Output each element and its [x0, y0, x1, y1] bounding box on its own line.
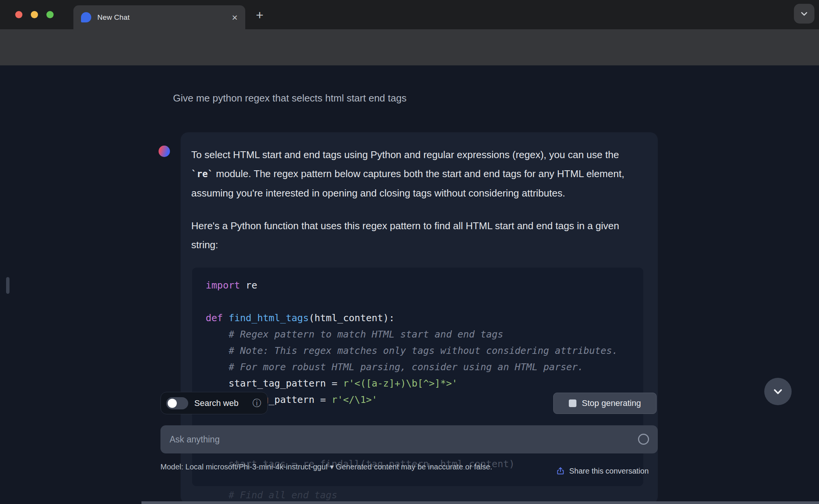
toggle-knob: [168, 399, 177, 408]
sidebar-drag-handle[interactable]: [6, 277, 10, 294]
window-zoom-button[interactable]: [46, 11, 54, 18]
model-label[interactable]: Model: Local microsoft/Phi-3-mini-4k-ins…: [160, 463, 328, 471]
chat-bubble-icon: [81, 12, 91, 22]
tab-title: New Chat: [97, 13, 232, 22]
search-web-control: Search web ⓘ: [160, 392, 268, 414]
scroll-to-bottom-button[interactable]: [764, 378, 792, 405]
search-web-toggle[interactable]: [166, 397, 188, 409]
browser-window: New Chat × + ⓘ l: [0, 0, 819, 504]
faint-code-line-2: # Find all end tags: [229, 490, 337, 501]
chevron-down-icon: [771, 385, 784, 398]
new-tab-button[interactable]: +: [252, 7, 268, 23]
user-message: Give me python regex that selects html s…: [173, 92, 406, 104]
model-caret-icon[interactable]: ▾: [330, 463, 334, 471]
assistant-paragraph-2: Here's a Python function that uses this …: [191, 216, 642, 254]
search-web-info-icon[interactable]: ⓘ: [252, 397, 261, 409]
ask-anything-input[interactable]: [160, 425, 658, 453]
share-conversation-button[interactable]: Share this conversation: [556, 466, 649, 475]
tab-new-chat[interactable]: New Chat ×: [73, 5, 245, 29]
share-upload-icon: [556, 466, 565, 475]
tab-close-icon[interactable]: ×: [232, 13, 238, 22]
chevron-down-icon: [799, 9, 809, 19]
browser-toolbar: ⓘ localhost:5173/conversation/665727c45d…: [0, 29, 819, 65]
disclaimer-text: Generated content may be inaccurate or f…: [336, 463, 492, 471]
assistant-paragraph-1: To select HTML start and end tags using …: [191, 145, 642, 203]
code-content: import re def find_html_tags(html_conten…: [206, 277, 643, 408]
stop-generating-label: Stop generating: [582, 398, 641, 408]
window-close-button[interactable]: [15, 11, 22, 18]
search-web-label: Search web: [194, 398, 252, 408]
bottom-edge-bar: [141, 501, 819, 504]
inline-code-re: `re`: [191, 169, 213, 179]
tab-bar: New Chat × +: [0, 0, 819, 29]
model-disclaimer: Model: Local microsoft/Phi-3-mini-4k-ins…: [160, 460, 541, 474]
window-minimize-button[interactable]: [31, 11, 38, 18]
assistant-avatar: [159, 146, 170, 157]
chat-page: Give me python regex that selects html s…: [0, 65, 819, 504]
stop-generating-button[interactable]: Stop generating: [553, 393, 657, 414]
input-spinner-icon: [638, 434, 649, 445]
tab-search-button[interactable]: [794, 4, 814, 24]
share-label: Share this conversation: [569, 467, 649, 475]
stop-square-icon: [569, 399, 576, 407]
